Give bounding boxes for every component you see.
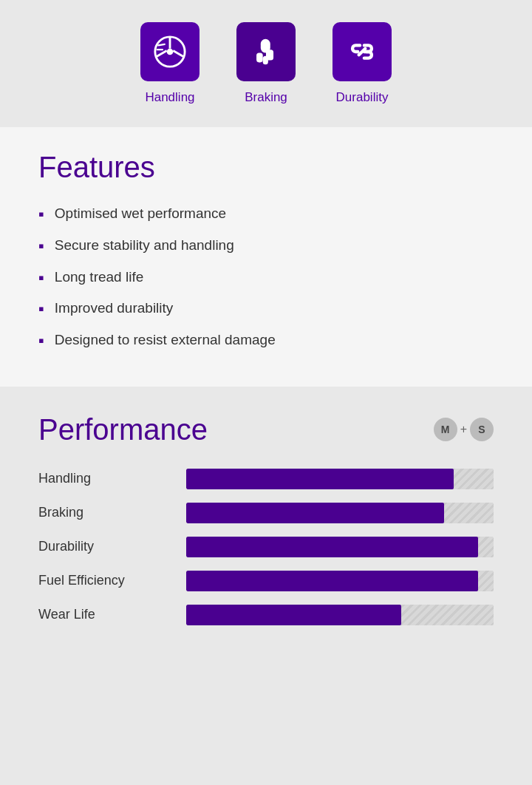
bar-container-durability: [186, 537, 494, 557]
bar-row-braking: Braking: [38, 503, 494, 523]
bullet-icon: ▪: [38, 298, 44, 321]
bar-row-fuel: Fuel Efficiency: [38, 571, 494, 591]
feature-text: Optimised wet performance: [55, 203, 226, 225]
handling-label: Handling: [145, 90, 194, 105]
svg-line-4: [173, 51, 184, 58]
features-section: Features ▪ Optimised wet performance ▪ S…: [0, 127, 532, 387]
bar-fill-durability: [186, 537, 478, 557]
performance-title: Performance: [38, 413, 208, 446]
bar-container-braking: [186, 503, 494, 523]
bar-label-wearlife: Wear Life: [38, 607, 186, 622]
list-item: ▪ Secure stability and handling: [38, 231, 494, 262]
list-item: ▪ Designed to resist external damage: [38, 325, 494, 357]
steering-icon: [153, 35, 187, 69]
bar-label-handling: Handling: [38, 471, 186, 486]
ms-badge: M + S: [434, 418, 494, 441]
feature-text: Secure stability and handling: [55, 235, 234, 256]
durability-label: Durability: [336, 90, 389, 105]
features-title: Features: [38, 151, 494, 184]
svg-rect-7: [256, 52, 263, 62]
bar-container-wearlife: [186, 605, 494, 625]
handling-icon-box: [140, 22, 200, 81]
bar-row-wearlife: Wear Life: [38, 605, 494, 625]
bullet-icon: ▪: [38, 267, 44, 290]
bar-fill-fuel: [186, 571, 478, 591]
list-item: ▪ Improved durability: [38, 293, 494, 325]
svg-line-3: [156, 51, 167, 58]
bullet-icon: ▪: [38, 235, 44, 258]
bar-row-handling: Handling: [38, 469, 494, 489]
link-icon: [345, 35, 379, 69]
bar-label-durability: Durability: [38, 539, 186, 554]
bullet-icon: ▪: [38, 203, 44, 226]
feature-text: Designed to resist external damage: [55, 330, 276, 351]
icons-section: Handling Braking Durabili: [0, 0, 532, 127]
bullet-icon: ▪: [38, 330, 44, 353]
icon-item-durability: Durability: [332, 22, 392, 105]
bar-row-durability: Durability: [38, 537, 494, 557]
durability-icon-box: [332, 22, 392, 81]
bar-fill-braking: [186, 503, 444, 523]
braking-label: Braking: [245, 90, 287, 105]
svg-point-1: [167, 49, 174, 55]
feature-text: Improved durability: [55, 298, 174, 319]
performance-section: Performance M + S Handling Braking Durab…: [0, 390, 532, 676]
feature-text: Long tread life: [55, 267, 143, 288]
s-badge: S: [470, 418, 494, 441]
m-badge: M: [434, 418, 457, 441]
bar-fill-wearlife: [186, 605, 401, 625]
plus-sign: +: [460, 423, 467, 436]
icon-item-handling: Handling: [140, 22, 200, 105]
brake-icon: [249, 35, 283, 69]
performance-header: Performance M + S: [38, 413, 494, 446]
list-item: ▪ Optimised wet performance: [38, 199, 494, 231]
icon-item-braking: Braking: [236, 22, 296, 105]
bar-label-braking: Braking: [38, 505, 186, 520]
features-list: ▪ Optimised wet performance ▪ Secure sta…: [38, 199, 494, 357]
list-item: ▪ Long tread life: [38, 262, 494, 294]
bar-container-handling: [186, 469, 494, 489]
svg-rect-8: [263, 56, 268, 65]
bar-fill-handling: [186, 469, 454, 489]
braking-icon-box: [236, 22, 296, 81]
bar-container-fuel: [186, 571, 494, 591]
svg-line-9: [359, 49, 366, 55]
bar-label-fuel: Fuel Efficiency: [38, 573, 186, 588]
